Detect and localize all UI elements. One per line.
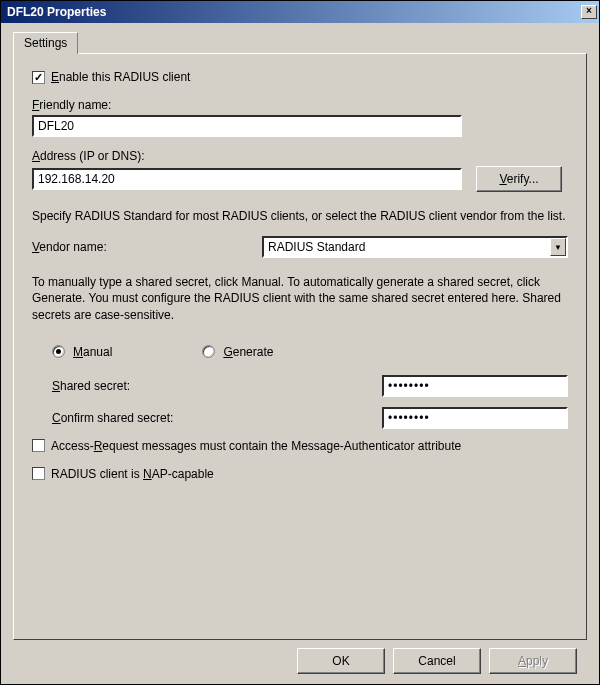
settings-panel: Enable this RADIUS client Friendly name:… xyxy=(13,53,587,640)
client-area: Settings Enable this RADIUS client Frien… xyxy=(1,23,599,684)
confirm-secret-row: Confirm shared secret: xyxy=(52,407,568,429)
msg-auth-row: Access-Request messages must contain the… xyxy=(32,439,568,453)
msg-auth-checkbox[interactable] xyxy=(32,439,45,452)
shared-secret-row: Shared secret: xyxy=(52,375,568,397)
dialog-buttons: OK Cancel Apply xyxy=(13,640,587,674)
confirm-secret-input[interactable] xyxy=(382,407,568,429)
properties-dialog: DFL20 Properties × Settings Enable this … xyxy=(0,0,600,685)
enable-client-checkbox[interactable] xyxy=(32,71,45,84)
manual-radio[interactable] xyxy=(52,345,65,358)
titlebar[interactable]: DFL20 Properties × xyxy=(1,1,599,23)
confirm-secret-label: Confirm shared secret: xyxy=(52,411,382,425)
manual-label: Manual xyxy=(73,345,112,359)
enable-client-label: Enable this RADIUS client xyxy=(51,70,190,84)
vendor-row: Vendor name: RADIUS Standard ▼ xyxy=(32,236,568,258)
tab-settings[interactable]: Settings xyxy=(13,32,78,54)
window-title: DFL20 Properties xyxy=(7,5,581,19)
chevron-down-icon: ▼ xyxy=(550,238,566,256)
address-row: Address (IP or DNS): Verify... xyxy=(32,149,568,192)
cancel-button[interactable]: Cancel xyxy=(393,648,481,674)
manual-option[interactable]: Manual xyxy=(52,345,112,359)
address-label: Address (IP or DNS): xyxy=(32,149,568,163)
tab-strip: Settings xyxy=(13,31,587,53)
verify-button[interactable]: Verify... xyxy=(476,166,562,192)
shared-secret-input[interactable] xyxy=(382,375,568,397)
nap-row: RADIUS client is NAP-capable xyxy=(32,467,568,481)
msg-auth-label: Access-Request messages must contain the… xyxy=(51,439,461,453)
vendor-description: Specify RADIUS Standard for most RADIUS … xyxy=(32,208,568,224)
vendor-select-value: RADIUS Standard xyxy=(268,240,365,254)
address-input[interactable] xyxy=(32,168,462,190)
generate-label: Generate xyxy=(223,345,273,359)
apply-button[interactable]: Apply xyxy=(489,648,577,674)
generate-option[interactable]: Generate xyxy=(202,345,273,359)
enable-client-row: Enable this RADIUS client xyxy=(32,70,568,84)
nap-checkbox[interactable] xyxy=(32,467,45,480)
close-icon[interactable]: × xyxy=(581,5,597,19)
friendly-name-row: Friendly name: xyxy=(32,98,568,137)
shared-secret-label: Shared secret: xyxy=(52,379,382,393)
secret-mode-group: Manual Generate xyxy=(52,345,568,359)
vendor-label: Vendor name: xyxy=(32,240,252,254)
secret-description: To manually type a shared secret, click … xyxy=(32,274,568,323)
ok-button[interactable]: OK xyxy=(297,648,385,674)
generate-radio[interactable] xyxy=(202,345,215,358)
friendly-name-input[interactable] xyxy=(32,115,462,137)
vendor-select[interactable]: RADIUS Standard ▼ xyxy=(262,236,568,258)
friendly-name-label: Friendly name: xyxy=(32,98,568,112)
nap-label: RADIUS client is NAP-capable xyxy=(51,467,214,481)
